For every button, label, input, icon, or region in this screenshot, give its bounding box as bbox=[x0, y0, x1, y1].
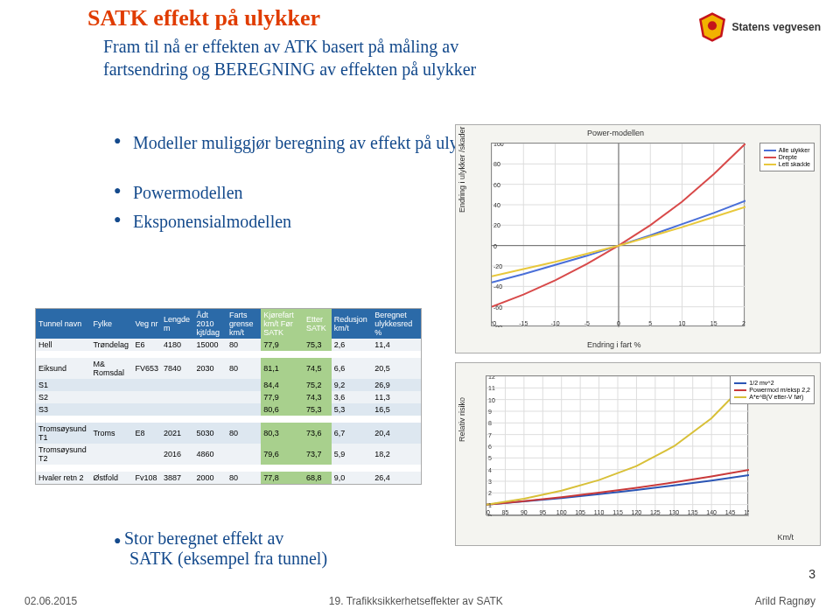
svg-text:10: 10 bbox=[679, 320, 686, 326]
svg-text:40: 40 bbox=[494, 202, 500, 208]
svg-text:60: 60 bbox=[494, 182, 500, 188]
svg-text:115: 115 bbox=[612, 509, 623, 515]
chart1-ylabel: Endring i ulykker /skader % bbox=[458, 124, 466, 213]
chart1-legend: Alle ulykker Drepte Lett skadde bbox=[760, 143, 815, 172]
brand-logo: Statens vegvesen bbox=[697, 12, 821, 42]
footer-title: 19. Trafikksikkerhetseffekter av SATK bbox=[329, 595, 503, 607]
svg-text:10: 10 bbox=[488, 397, 495, 403]
svg-text:140: 140 bbox=[706, 509, 717, 515]
svg-text:125: 125 bbox=[650, 509, 661, 515]
chart2-xlabel: Km/t bbox=[777, 533, 794, 542]
svg-text:9: 9 bbox=[488, 409, 492, 415]
svg-text:20: 20 bbox=[742, 320, 746, 326]
svg-text:145: 145 bbox=[725, 509, 736, 515]
svg-text:0: 0 bbox=[488, 514, 492, 516]
svg-text:-80: -80 bbox=[494, 325, 502, 327]
table-row bbox=[36, 351, 421, 358]
svg-text:135: 135 bbox=[688, 509, 698, 515]
svg-text:-60: -60 bbox=[494, 304, 502, 311]
svg-text:4: 4 bbox=[488, 467, 492, 473]
svg-text:90: 90 bbox=[521, 509, 528, 515]
chart2-legend: 1/2 mv^2 Powermod m/eksp 2,2 A*e^B(V ett… bbox=[730, 375, 815, 404]
svg-text:7: 7 bbox=[488, 432, 492, 438]
svg-text:85: 85 bbox=[502, 509, 509, 515]
page-number: 3 bbox=[808, 567, 816, 581]
footer: 02.06.2015 19. Trafikksikkerhetseffekter… bbox=[0, 595, 840, 607]
intro-text: Fram til nå er effekten av ATK basert på… bbox=[103, 35, 523, 80]
svg-text:5: 5 bbox=[488, 455, 492, 461]
svg-text:2: 2 bbox=[488, 490, 492, 496]
svg-text:150: 150 bbox=[744, 509, 749, 515]
bullet-1: Modeller muliggjør beregning av effekt p… bbox=[114, 131, 489, 155]
svg-text:0: 0 bbox=[617, 320, 620, 326]
svg-text:15: 15 bbox=[710, 320, 718, 326]
svg-text:20: 20 bbox=[494, 222, 500, 228]
bullet-3: Eksponensialmodellen bbox=[114, 210, 489, 234]
svg-text:-40: -40 bbox=[494, 284, 502, 290]
shield-icon bbox=[697, 12, 727, 42]
chart1-plot: -20-15-10-505101520-80-60-40-20020406080… bbox=[491, 143, 745, 326]
svg-text:100: 100 bbox=[494, 144, 504, 147]
chart1-xlabel: Endring i fart % bbox=[587, 340, 641, 349]
svg-text:8: 8 bbox=[488, 420, 492, 426]
footer-date: 02.06.2015 bbox=[24, 595, 77, 607]
svg-text:100: 100 bbox=[556, 509, 567, 515]
bullet-2: Powermodellen bbox=[114, 181, 489, 205]
table-row bbox=[36, 416, 421, 423]
svg-text:1: 1 bbox=[488, 502, 492, 508]
svg-text:0: 0 bbox=[494, 243, 497, 249]
page-title: SATK effekt på ulykker bbox=[88, 5, 320, 32]
svg-text:80: 80 bbox=[494, 161, 500, 167]
table-row: Tromsøysund T1TromsE8202150308080,373,66… bbox=[36, 423, 421, 444]
table-row: Hvaler retn 2ØstfoldFv108388720008077,86… bbox=[36, 472, 421, 484]
corner-decoration bbox=[0, 0, 96, 96]
chart2-plot: 8085909510010511011512012513013514014515… bbox=[486, 375, 748, 515]
svg-text:6: 6 bbox=[488, 444, 492, 450]
svg-text:5: 5 bbox=[648, 320, 652, 326]
svg-text:-15: -15 bbox=[519, 320, 528, 326]
table-row: Tromsøysund T22016486079,673,75,918,2 bbox=[36, 444, 421, 465]
svg-point-0 bbox=[708, 21, 717, 30]
table-row: EiksundM& RomsdalFV653784020308081,174,5… bbox=[36, 358, 421, 379]
chart2-ylabel: Relativ risiko bbox=[458, 397, 466, 442]
chart1-title: Power-modellen bbox=[587, 129, 644, 137]
svg-text:-10: -10 bbox=[550, 320, 559, 326]
logo-text: Statens vegvesen bbox=[732, 21, 821, 33]
svg-text:12: 12 bbox=[488, 376, 495, 380]
svg-text:11: 11 bbox=[488, 385, 495, 391]
table-row: S277,974,33,611,3 bbox=[36, 391, 421, 403]
chart-power-model: Power-modellen -20-15-10-505101520-80-60… bbox=[455, 124, 821, 354]
table-row: S184,475,29,226,9 bbox=[36, 379, 421, 391]
bullet-list: Modeller muliggjør beregning av effekt p… bbox=[114, 131, 489, 239]
bottom-bullet: Stor beregnet effekt av SATK (eksempel f… bbox=[114, 528, 327, 569]
svg-text:105: 105 bbox=[575, 509, 585, 515]
chart-risk-model: 8085909510010511011512012513013514014515… bbox=[455, 362, 821, 546]
svg-text:3: 3 bbox=[488, 479, 492, 485]
svg-text:120: 120 bbox=[632, 509, 642, 515]
svg-text:95: 95 bbox=[539, 509, 546, 515]
svg-text:-20: -20 bbox=[494, 263, 502, 270]
svg-text:130: 130 bbox=[668, 509, 679, 515]
table-row bbox=[36, 465, 421, 472]
svg-text:-5: -5 bbox=[584, 320, 590, 326]
table-row: S380,675,35,316,5 bbox=[36, 403, 421, 416]
svg-text:110: 110 bbox=[594, 509, 605, 515]
data-table: Tunnel navn Fylke Veg nr Lengde m Ådt 20… bbox=[35, 308, 422, 485]
table-row: HellTrøndelagE64180150008077,975,32,611,… bbox=[36, 339, 421, 351]
footer-author: Arild Ragnøy bbox=[755, 595, 816, 607]
